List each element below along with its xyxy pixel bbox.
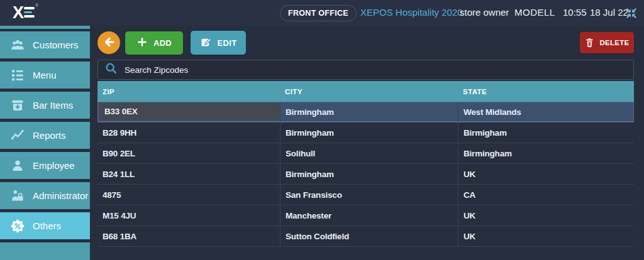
- sidebar-item-label: Menu: [33, 70, 57, 80]
- registered-mark: ®: [35, 3, 38, 8]
- main-content: ADD EDIT: [90, 26, 644, 260]
- table-row[interactable]: B68 1BA Sutton Coldfield UK: [97, 226, 634, 247]
- city-cell: Birmingham: [280, 164, 458, 184]
- state-cell: CA: [458, 185, 634, 205]
- users-icon: [8, 38, 27, 53]
- back-button[interactable]: [97, 31, 120, 54]
- search-icon: [104, 62, 118, 78]
- sidebar-item-reports[interactable]: Reports: [0, 122, 90, 149]
- zip-cell: B90 2EL: [97, 143, 280, 163]
- sidebar-item-bar-items[interactable]: Bar Items: [0, 92, 90, 119]
- xepos-logo: X ®: [13, 4, 38, 21]
- sidebar-item-partial[interactable]: [0, 242, 90, 260]
- state-cell: West Midlands: [458, 102, 634, 122]
- sidebar-item-others[interactable]: Others: [0, 212, 90, 239]
- logo-e-bars: [24, 7, 35, 18]
- column-header-city: CITY: [280, 88, 458, 95]
- search-input[interactable]: [125, 65, 627, 75]
- column-header-zip: ZIP: [97, 88, 280, 95]
- table-row[interactable]: B90 2EL Solihull Birmingham: [97, 143, 634, 164]
- city-cell: Sutton Coldfield: [280, 226, 458, 246]
- zip-cell: B68 1BA: [97, 226, 280, 246]
- zipcodes-table: ZIP CITY STATE B33 0EX Birmingham West M…: [97, 81, 634, 247]
- sidebar-item-label: Others: [33, 220, 61, 231]
- toolbar: ADD EDIT: [97, 31, 634, 55]
- back-arrow-icon: [101, 35, 116, 51]
- add-button-label: ADD: [153, 38, 172, 48]
- sidebar-item-label: Bar Items: [33, 100, 73, 111]
- sidebar-item-label: Customers: [33, 40, 79, 50]
- app-title: XEPOS Hospitality 2020: [360, 7, 463, 18]
- zip-cell: B24 1LL: [97, 164, 280, 184]
- sidebar-item-menu[interactable]: Menu: [0, 62, 90, 89]
- sidebar-item-administrator[interactable]: Administrator: [0, 182, 90, 209]
- admin-lock-icon: [8, 188, 27, 203]
- edit-button-label: EDIT: [218, 38, 237, 48]
- table-row[interactable]: B24 1LL Birmingham UK: [97, 164, 634, 185]
- add-button[interactable]: ADD: [125, 31, 183, 55]
- state-cell: UK: [458, 226, 634, 246]
- city-cell: Solihull: [280, 143, 458, 163]
- zip-cell: M15 4JU: [97, 205, 280, 225]
- store-name: MODELL: [514, 7, 555, 18]
- user-role: store owner: [460, 7, 509, 18]
- box-icon: [8, 98, 27, 113]
- trash-icon: [584, 37, 595, 49]
- table-row[interactable]: B33 0EX Birmingham West Midlands: [97, 102, 634, 122]
- city-cell: Birmingham: [280, 102, 458, 122]
- sidebar-item-label: Reports: [33, 130, 66, 141]
- edit-button[interactable]: EDIT: [191, 31, 246, 55]
- table-row[interactable]: 4875 San Fransisco CA: [97, 185, 634, 205]
- zip-cell: B33 0EX: [99, 103, 280, 120]
- front-office-pill[interactable]: FRONT OFFICE: [280, 5, 357, 21]
- search-bar: [97, 60, 634, 80]
- line-chart-icon: [8, 128, 27, 143]
- zip-cell: 4875: [97, 185, 280, 205]
- sidebar-item-customers[interactable]: Customers: [0, 31, 90, 58]
- logo-x: X: [13, 4, 23, 21]
- state-cell: UK: [458, 205, 634, 225]
- plus-icon: [136, 36, 148, 50]
- city-cell: Manchester: [280, 205, 458, 225]
- table-header-row: ZIP CITY STATE: [97, 81, 634, 102]
- sidebar: Customers Menu: [0, 26, 90, 260]
- menu-list-icon: [8, 68, 27, 83]
- sidebar-top-strip: [0, 26, 90, 29]
- table-row[interactable]: B28 9HH Birmingham Birmigham: [97, 122, 634, 143]
- sidebar-item-employee[interactable]: Employee: [0, 152, 90, 179]
- zip-cell: B28 9HH: [97, 122, 280, 143]
- table-row[interactable]: M15 4JU Manchester UK: [97, 205, 634, 226]
- clock-date: 18 Jul 22: [590, 7, 628, 18]
- city-cell: San Fransisco: [280, 185, 458, 205]
- column-header-state: STATE: [458, 88, 634, 95]
- city-cell: Birmingham: [280, 122, 458, 143]
- delete-button[interactable]: DELETE: [580, 32, 634, 53]
- sidebar-item-label: Administrator: [33, 190, 88, 201]
- state-cell: UK: [458, 164, 634, 184]
- state-cell: Birmigham: [458, 122, 634, 143]
- person-icon: [8, 158, 27, 173]
- delete-button-label: DELETE: [599, 39, 629, 46]
- collapse-arrows-icon[interactable]: [624, 6, 639, 21]
- clock-time: 10:55: [563, 7, 587, 18]
- percent-badge-icon: [8, 219, 27, 234]
- state-cell: Birmingham: [458, 143, 634, 163]
- sidebar-item-label: Employee: [33, 160, 75, 171]
- edit-pencil-icon: [200, 36, 212, 50]
- top-bar: X ® FRONT OFFICE XEPOS Hospitality 2020 …: [0, 0, 644, 26]
